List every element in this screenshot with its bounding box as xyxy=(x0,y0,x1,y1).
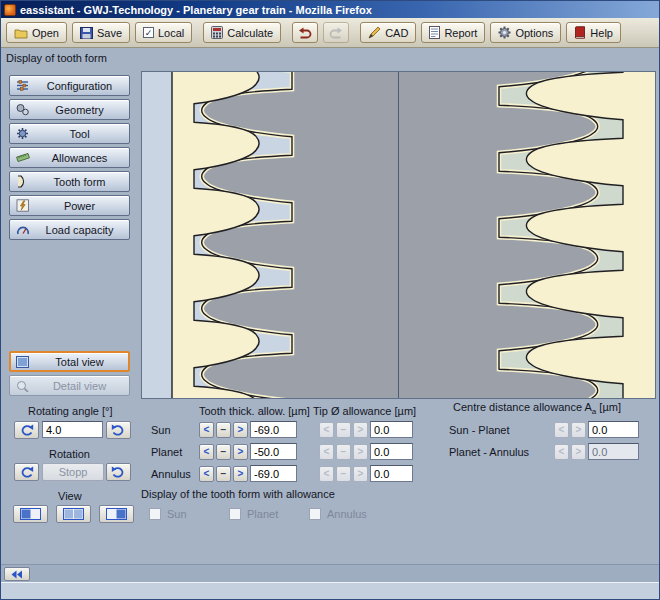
report-button[interactable]: Report xyxy=(421,22,485,43)
cad-button[interactable]: CAD xyxy=(360,22,416,43)
view-both-icon xyxy=(63,508,84,520)
annulus-thickness-zero-button[interactable]: − xyxy=(216,466,231,482)
page-title: Display of tooth form xyxy=(1,48,659,63)
tooth-thickness-header: Tooth thick. allow. [µm] xyxy=(199,405,310,417)
status-panel-button[interactable] xyxy=(4,567,30,581)
planet-thickness-input[interactable] xyxy=(250,443,297,460)
calculate-label: Calculate xyxy=(227,27,273,39)
geometry-icon xyxy=(15,103,30,116)
toolbar: Open Save ✓ Local Calculate CAD Report xyxy=(1,18,659,48)
options-button[interactable]: Options xyxy=(490,22,561,43)
rotating-angle-input[interactable] xyxy=(42,421,103,438)
checkbox-icon xyxy=(149,508,161,520)
power-icon xyxy=(15,199,30,212)
rotation-cw-button[interactable] xyxy=(106,463,131,481)
annulus-thickness-increase-button[interactable]: > xyxy=(233,466,248,482)
planet-thickness-increase-button[interactable]: > xyxy=(233,444,248,460)
sidebar-item-load-capacity[interactable]: Load capacity xyxy=(9,219,130,240)
annulus-row-label: Annulus xyxy=(151,468,191,480)
sidebar-item-label: Allowances xyxy=(35,152,124,164)
open-folder-icon xyxy=(14,27,28,39)
sun-planet-cd-input[interactable] xyxy=(588,421,639,438)
planet-tip-increase-button: > xyxy=(353,444,368,460)
planet-tip-decrease-button: < xyxy=(319,444,334,460)
open-label: Open xyxy=(32,27,59,39)
planet-annulus-cd-decrease-button: < xyxy=(554,444,569,460)
view-both-button[interactable] xyxy=(56,505,91,523)
calculator-icon xyxy=(211,26,223,39)
redo-icon xyxy=(329,27,343,39)
checkbox-planet: Planet xyxy=(229,508,278,520)
planet-thickness-decrease-button[interactable]: < xyxy=(199,444,214,460)
annulus-tip-input[interactable] xyxy=(370,465,413,482)
sidebar-item-label: Tool xyxy=(35,128,124,140)
sidebar-item-label: Power xyxy=(35,200,124,212)
rotate-step-ccw-button[interactable] xyxy=(14,421,39,439)
view-left-icon xyxy=(20,508,41,520)
app-icon xyxy=(4,4,16,16)
configuration-icon xyxy=(15,79,30,92)
planet-annulus-cd-input xyxy=(588,443,639,460)
view-right-button[interactable] xyxy=(99,505,134,523)
calculate-button[interactable]: Calculate xyxy=(203,22,281,43)
help-label: Help xyxy=(590,27,613,39)
undo-button[interactable] xyxy=(292,22,318,43)
window-title: eassistant - GWJ-Technology - Planetary … xyxy=(20,4,372,16)
total-view-label: Total view xyxy=(35,356,124,368)
sun-tip-increase-button: > xyxy=(353,422,368,438)
annulus-tip-zero-button: − xyxy=(336,466,351,482)
rotate-step-cw-button[interactable] xyxy=(106,421,131,439)
sidebar-item-tool[interactable]: Tool xyxy=(9,123,130,144)
allowance-display-label: Display of the tooth form with allowance xyxy=(141,488,335,500)
annulus-tip-increase-button: > xyxy=(353,466,368,482)
checkbox-icon xyxy=(309,508,321,520)
title-bar: eassistant - GWJ-Technology - Planetary … xyxy=(1,1,659,18)
annulus-tip-decrease-button: < xyxy=(319,466,334,482)
sidebar-item-label: Configuration xyxy=(35,80,124,92)
detail-view-label: Detail view xyxy=(35,380,124,392)
tooth-form-display xyxy=(141,71,656,399)
sun-planet-label: Sun - Planet xyxy=(449,424,510,436)
annulus-thickness-decrease-button[interactable]: < xyxy=(199,466,214,482)
cad-pencil-icon xyxy=(368,26,381,39)
view-label: View xyxy=(58,490,82,502)
planet-thickness-zero-button[interactable]: − xyxy=(216,444,231,460)
sun-tip-input[interactable] xyxy=(370,421,413,438)
planet-row-label: Planet xyxy=(151,446,182,458)
planet-annulus-mesh-view xyxy=(399,72,655,398)
report-label: Report xyxy=(444,27,477,39)
sun-thickness-input[interactable] xyxy=(250,421,297,438)
help-button[interactable]: Help xyxy=(566,22,621,43)
browser-status-bar xyxy=(1,582,659,600)
tool-icon xyxy=(15,127,30,140)
rotation-ccw-button[interactable] xyxy=(14,463,39,481)
view-left-button[interactable] xyxy=(13,505,48,523)
total-view-button[interactable]: Total view xyxy=(9,351,130,372)
checkbox-annulus-label: Annulus xyxy=(327,508,367,520)
planet-annulus-cd-increase-button: > xyxy=(571,444,586,460)
sun-planet-mesh-view xyxy=(142,72,398,398)
save-icon xyxy=(80,27,93,39)
sidebar-item-tooth-form[interactable]: Tooth form xyxy=(9,171,130,192)
sun-thickness-increase-button[interactable]: > xyxy=(233,422,248,438)
centre-distance-header: Centre distance allowance Aa [µm] xyxy=(453,401,621,416)
local-toggle[interactable]: ✓ Local xyxy=(135,22,192,43)
sun-thickness-decrease-button[interactable]: < xyxy=(199,422,214,438)
checkbox-planet-label: Planet xyxy=(247,508,278,520)
view-right-icon xyxy=(106,508,127,520)
sidebar-item-allowances[interactable]: Allowances xyxy=(9,147,130,168)
sun-thickness-zero-button[interactable]: − xyxy=(216,422,231,438)
save-button[interactable]: Save xyxy=(72,22,130,43)
sidebar-item-geometry[interactable]: Geometry xyxy=(9,99,130,120)
load-capacity-icon xyxy=(15,223,30,236)
planet-tip-input[interactable] xyxy=(370,443,413,460)
sidebar-item-power[interactable]: Power xyxy=(9,195,130,216)
sun-planet-cd-increase-button: > xyxy=(571,422,586,438)
gear-icon xyxy=(498,26,511,39)
options-label: Options xyxy=(515,27,553,39)
open-button[interactable]: Open xyxy=(6,22,67,43)
sidebar-item-configuration[interactable]: Configuration xyxy=(9,75,130,96)
annulus-thickness-input[interactable] xyxy=(250,465,297,482)
sun-tip-decrease-button: < xyxy=(319,422,334,438)
rotating-angle-label: Rotating angle [°] xyxy=(28,405,113,417)
